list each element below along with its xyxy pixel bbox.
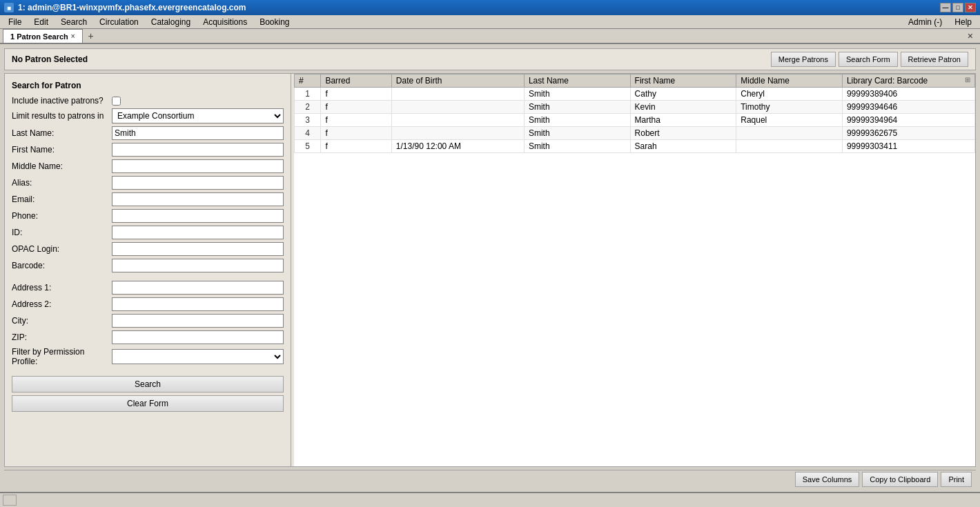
cell-num: 5 — [295, 140, 321, 153]
window-close-icon[interactable]: × — [963, 29, 977, 43]
email-input[interactable] — [112, 192, 284, 206]
top-bar: No Patron Selected Merge Patrons Search … — [4, 48, 976, 70]
retrieve-patron-button[interactable]: Retrieve Patron — [901, 52, 968, 67]
cell-first_name: Martha — [630, 114, 736, 127]
form-actions: Search Clear Form — [12, 376, 284, 412]
minimize-button[interactable]: — — [940, 3, 951, 12]
include-inactive-checkbox[interactable] — [112, 97, 121, 106]
cell-num: 1 — [295, 88, 321, 101]
cell-last_name: Smith — [524, 127, 630, 140]
table-row[interactable]: 4fSmithRobert99999362675 — [295, 127, 975, 140]
cell-lib_card: 99999303411 — [842, 140, 974, 153]
table-row[interactable]: 2fSmithKevinTimothy99999394646 — [295, 101, 975, 114]
clear-form-button[interactable]: Clear Form — [12, 395, 284, 412]
id-input[interactable] — [112, 226, 284, 239]
menu-admin[interactable]: Admin (-) — [903, 16, 948, 28]
middle-name-label: Middle Name: — [12, 161, 112, 171]
middle-name-input[interactable] — [112, 159, 284, 173]
cell-last_name: Smith — [524, 114, 630, 127]
address1-input[interactable] — [112, 281, 284, 295]
search-button[interactable]: Search — [12, 376, 284, 392]
address1-label: Address 1: — [12, 283, 112, 292]
city-input[interactable] — [112, 314, 284, 328]
menu-cataloging[interactable]: Cataloging — [146, 16, 196, 28]
barcode-input[interactable] — [112, 259, 284, 272]
table-row[interactable]: 5f1/13/90 12:00 AMSmithSarah99999303411 — [295, 140, 975, 153]
cell-first_name: Robert — [630, 127, 736, 140]
cell-middle_name — [736, 127, 843, 140]
city-label: City: — [12, 316, 112, 326]
menu-bar: File Edit Search Circulation Cataloging … — [0, 15, 980, 29]
first-name-label: First Name: — [12, 145, 112, 155]
last-name-label: Last Name: — [12, 128, 112, 138]
app-icon: ■ — [4, 3, 14, 12]
table-row[interactable]: 3fSmithMarthaRaquel99999394964 — [295, 114, 975, 127]
cell-dob — [391, 101, 524, 114]
maximize-button[interactable]: □ — [952, 3, 963, 12]
include-inactive-label: Include inactive patrons? — [12, 96, 112, 106]
cell-lib_card: 99999389406 — [842, 88, 974, 101]
body-area: Search for Patron Include inactive patro… — [4, 73, 976, 467]
col-header-firstname[interactable]: First Name — [630, 74, 736, 88]
menu-edit[interactable]: Edit — [28, 16, 54, 28]
tab-patron-search[interactable]: 1 Patron Search × — [3, 29, 83, 43]
cell-middle_name: Raquel — [736, 114, 843, 127]
tab-close-icon[interactable]: × — [71, 32, 75, 40]
zip-label: ZIP: — [12, 332, 112, 342]
phone-input[interactable] — [112, 209, 284, 223]
limit-results-label: Limit results to patrons in — [12, 111, 112, 121]
cell-barred: f — [321, 114, 391, 127]
alias-input[interactable] — [112, 176, 284, 190]
save-columns-button[interactable]: Save Columns — [795, 472, 860, 487]
title-bar-text: 1: admin@BR1-winxpvmfx.phasefx.evergreen… — [18, 3, 246, 12]
close-button[interactable]: ✕ — [965, 3, 976, 12]
status-segment — [3, 495, 17, 506]
tab-add-button[interactable]: + — [83, 29, 99, 43]
search-form-button[interactable]: Search Form — [839, 52, 898, 67]
bottom-bar: Save Columns Copy to Clipboard Print — [4, 470, 976, 488]
zip-input[interactable] — [112, 330, 284, 344]
address2-input[interactable] — [112, 297, 284, 311]
cell-barred: f — [321, 88, 391, 101]
cell-middle_name: Timothy — [736, 101, 843, 114]
col-header-lastname[interactable]: Last Name — [524, 74, 630, 88]
merge-patrons-button[interactable]: Merge Patrons — [771, 52, 836, 67]
col-header-dob[interactable]: Date of Birth — [391, 74, 524, 88]
menu-file[interactable]: File — [3, 16, 27, 28]
tab-bar: 1 Patron Search × + × — [0, 29, 980, 44]
print-button[interactable]: Print — [941, 472, 972, 487]
first-name-input[interactable] — [112, 143, 284, 157]
col-header-barred[interactable]: Barred — [321, 74, 391, 88]
cell-lib_card: 99999394964 — [842, 114, 974, 127]
cell-num: 3 — [295, 114, 321, 127]
cell-last_name: Smith — [524, 101, 630, 114]
last-name-input[interactable] — [112, 126, 284, 140]
opac-login-input[interactable] — [112, 242, 284, 256]
copy-clipboard-button[interactable]: Copy to Clipboard — [862, 472, 938, 487]
col-header-libcard[interactable]: Library Card: Barcode ⊞ — [842, 74, 974, 88]
cell-lib_card: 99999362675 — [842, 127, 974, 140]
alias-label: Alias: — [12, 178, 112, 188]
table-row[interactable]: 1fSmithCathyCheryl99999389406 — [295, 88, 975, 101]
cell-first_name: Cathy — [630, 88, 736, 101]
col-header-num[interactable]: # — [295, 74, 321, 88]
menu-search[interactable]: Search — [55, 16, 92, 28]
cell-num: 4 — [295, 127, 321, 140]
results-panel: # Barred Date of Birth Last Name First N… — [294, 74, 975, 466]
results-scroll[interactable]: # Barred Date of Birth Last Name First N… — [294, 74, 975, 466]
filter-profile-select[interactable] — [112, 349, 284, 364]
menu-circulation[interactable]: Circulation — [94, 16, 144, 28]
cell-dob — [391, 88, 524, 101]
cell-first_name: Sarah — [630, 140, 736, 153]
cell-num: 2 — [295, 101, 321, 114]
cell-middle_name — [736, 140, 843, 153]
library-select[interactable]: Example Consortium — [112, 108, 284, 123]
cell-dob — [391, 127, 524, 140]
cell-barred: f — [321, 140, 391, 153]
menu-help[interactable]: Help — [949, 16, 977, 28]
menu-acquisitions[interactable]: Acquisitions — [197, 16, 253, 28]
menu-booking[interactable]: Booking — [254, 16, 295, 28]
opac-login-label: OPAC Login: — [12, 244, 112, 254]
col-header-middlename[interactable]: Middle Name — [736, 74, 843, 88]
search-panel-title: Search for Patron — [12, 81, 284, 90]
